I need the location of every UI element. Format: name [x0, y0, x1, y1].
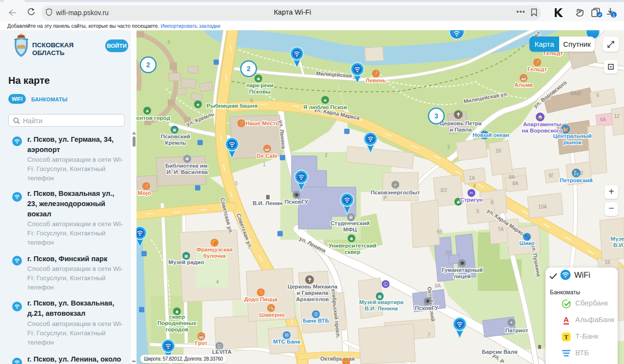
svg-text:В.И. Ленин: В.И. Ленин	[253, 200, 283, 206]
svg-text:★: ★	[323, 98, 327, 103]
svg-text:7А: 7А	[498, 227, 504, 232]
svg-text:И. И. Василёва: И. И. Василёва	[167, 169, 208, 175]
svg-text:🍴: 🍴	[143, 183, 149, 189]
svg-text:Петровский: Петровский	[560, 177, 592, 183]
svg-text:Псковэнергосбыт: Псковэнергосбыт	[370, 190, 420, 195]
svg-text:🍴: 🍴	[534, 59, 540, 65]
svg-text:🐾: 🐾	[524, 234, 530, 240]
svg-text:сквер: сквер	[345, 249, 361, 255]
svg-text:Ⓜ: Ⓜ	[285, 333, 289, 338]
svg-text:✝: ✝	[307, 277, 312, 283]
svg-text:🧺: 🧺	[563, 126, 568, 132]
svg-text:и Павла: и Павла	[449, 127, 472, 133]
svg-text:🍴: 🍴	[238, 120, 244, 126]
svg-text:16: 16	[604, 260, 610, 265]
svg-text:LEVITA: LEVITA	[212, 349, 232, 355]
svg-text:10А: 10А	[538, 204, 547, 210]
svg-text:De Cafe: De Cafe	[257, 153, 278, 159]
svg-text:1Б: 1Б	[495, 148, 502, 153]
svg-text:сквер: сквер	[169, 314, 185, 320]
svg-text:✝: ✝	[456, 112, 460, 117]
svg-text:3: 3	[447, 144, 450, 150]
svg-text:🍕: 🍕	[258, 289, 264, 295]
svg-text:Барсик Валя: Барсик Валя	[482, 349, 518, 355]
svg-text:♣: ♣	[350, 236, 353, 241]
svg-text:Шаверно: Шаверно	[259, 312, 285, 318]
svg-text:✂: ✂	[469, 191, 473, 195]
svg-text:☕: ☕	[521, 75, 526, 81]
svg-text:🏪: 🏪	[573, 170, 579, 176]
svg-text:Студенческий: Студенческий	[331, 220, 370, 226]
svg-text:Кремль: Кремль	[165, 140, 186, 146]
svg-text:Музей-квартира: Музей-квартира	[359, 299, 404, 305]
svg-text:Гуманитарный: Гуманитарный	[442, 267, 483, 273]
svg-text:Я люблю Псков: Я люблю Псков	[303, 104, 347, 110]
svg-text:Альма: Альма	[514, 82, 533, 88]
svg-text:6А: 6А	[600, 117, 606, 122]
svg-text:МТС Банк: МТС Банк	[273, 339, 300, 345]
svg-text:☕: ☕	[264, 146, 270, 152]
svg-text:5: 5	[476, 209, 479, 214]
svg-text:6: 6	[596, 93, 599, 98]
svg-text:Mojo: Mojo	[138, 190, 151, 196]
svg-text:Ⓛ: Ⓛ	[384, 282, 388, 287]
svg-text:🥐: 🥐	[212, 240, 217, 246]
svg-text:3: 3	[434, 112, 438, 120]
svg-text:Породнённых: Породнённых	[157, 320, 197, 326]
svg-text:Додо Пицца: Додо Пицца	[244, 296, 278, 302]
svg-text:Грот: Грот	[195, 340, 208, 346]
svg-text:Ⓥ: Ⓥ	[314, 312, 318, 317]
svg-text:Центральный: Центральный	[553, 133, 591, 139]
svg-text:Шико: Шико	[519, 240, 534, 246]
svg-text:8А: 8А	[512, 181, 519, 186]
svg-text:★: ★	[145, 109, 149, 114]
svg-text:🏛: 🏛	[185, 156, 190, 161]
svg-text:🍴: 🍴	[373, 71, 379, 77]
svg-text:P: P	[384, 195, 387, 201]
svg-text:Патриот: Патриот	[506, 327, 528, 333]
svg-text:городов: городов	[166, 326, 189, 332]
svg-text:1: 1	[612, 13, 615, 18]
svg-text:Банк ВТБ: Банк ВТБ	[303, 318, 329, 324]
svg-text:4: 4	[473, 183, 476, 189]
svg-text:В.И. Ленина: В.И. Ленина	[365, 306, 398, 311]
svg-text:☕: ☕	[198, 333, 204, 339]
svg-text:Музей радио: Музей радио	[169, 259, 204, 265]
svg-text:и Гавриила: и Гавриила	[297, 290, 329, 296]
svg-text:Ⓛ: Ⓛ	[217, 344, 222, 348]
svg-text:🍔: 🍔	[343, 359, 349, 364]
svg-text:8А: 8А	[509, 174, 515, 180]
svg-text:парк реки: парк реки	[246, 82, 273, 88]
svg-text:Левень: Левень	[366, 77, 386, 83]
svg-text:▦: ▦	[184, 254, 188, 258]
svg-text:10: 10	[445, 250, 451, 255]
svg-text:▦: ▦	[378, 294, 382, 299]
svg-text:🎓: 🎓	[425, 299, 430, 304]
svg-text:2: 2	[247, 65, 251, 73]
svg-text:🏛: 🏛	[349, 215, 353, 220]
svg-text:Французская: Французская	[196, 247, 233, 252]
svg-text:Рыбницкая башня: Рыбницкая башня	[207, 103, 257, 109]
svg-text:🎓: 🎓	[294, 192, 299, 198]
svg-text:8: 8	[490, 200, 493, 205]
svg-text:🌯: 🌯	[268, 305, 274, 311]
svg-text:Стригун: Стригун	[460, 197, 483, 203]
svg-text:ПсковГУ: ПсковГУ	[415, 305, 439, 311]
svg-text:1А: 1А	[469, 175, 475, 181]
svg-text:7: 7	[428, 332, 430, 338]
svg-text:🎓: 🎓	[460, 261, 465, 266]
svg-text:лицей: лицей	[454, 273, 471, 279]
svg-text:Новый океан: Новый океан	[472, 132, 509, 138]
svg-text:✦: ✦	[509, 320, 513, 325]
svg-text:♣: ♣	[257, 76, 260, 81]
svg-text:6Г: 6Г	[549, 173, 555, 178]
svg-text:3/2: 3/2	[440, 188, 447, 193]
svg-text:Псковы: Псковы	[249, 89, 271, 95]
svg-text:на Воровского: на Воровского	[522, 128, 562, 134]
svg-text:4: 4	[216, 279, 219, 285]
svg-text:Музей: Музей	[611, 236, 624, 242]
svg-text:3: 3	[167, 39, 170, 45]
svg-text:Псковский: Псковский	[161, 134, 190, 139]
svg-text:8А: 8А	[435, 283, 441, 288]
svg-text:2: 2	[325, 153, 328, 158]
